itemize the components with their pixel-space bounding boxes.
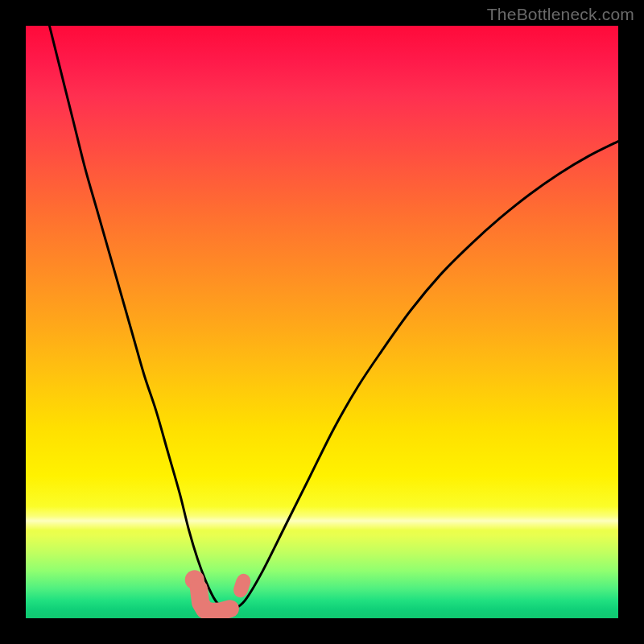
curve-path [49,26,618,610]
watermark-text: TheBottleneck.com [487,5,634,24]
highlight-markers [185,570,253,612]
chart-frame: TheBottleneck.com [0,0,644,644]
plot-area [26,26,618,618]
bottleneck-curve [49,26,618,610]
curve-layer [26,26,618,618]
